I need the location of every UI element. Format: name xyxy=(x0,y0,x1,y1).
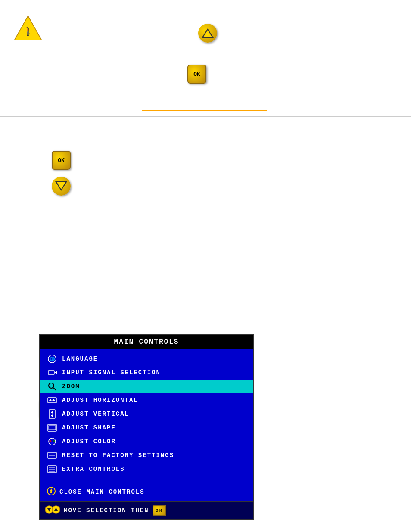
svg-marker-16 xyxy=(51,411,53,413)
osd-item-reset-factory[interactable]: RESET TO FACTORY SETTINGS xyxy=(40,448,253,462)
ok-button-mid[interactable]: OK xyxy=(52,151,71,170)
adjust-horizontal-label: ADJUST HORIZONTAL xyxy=(62,397,138,404)
svg-rect-19 xyxy=(49,426,56,430)
osd-menu: MAIN CONTROLS 🌐 LANGUAGE xyxy=(39,334,254,520)
osd-item-zoom[interactable]: + ZOOM xyxy=(40,380,253,393)
svg-line-8 xyxy=(53,388,56,390)
adjust-vertical-icon xyxy=(47,409,58,419)
close-icon xyxy=(47,486,56,498)
up-arrow-button[interactable] xyxy=(198,24,217,43)
input-signal-icon xyxy=(47,368,58,377)
svg-rect-5 xyxy=(48,371,54,374)
warning-icon: ! 🚶 xyxy=(13,13,43,43)
svg-rect-18 xyxy=(48,424,56,431)
svg-marker-12 xyxy=(49,399,51,401)
section-divider xyxy=(0,116,411,117)
svg-marker-6 xyxy=(54,371,57,374)
reset-factory-label: RESET TO FACTORY SETTINGS xyxy=(62,452,174,459)
zoom-label: ZOOM xyxy=(62,383,80,390)
adjust-color-icon xyxy=(47,437,58,446)
zoom-icon: + xyxy=(47,382,58,391)
osd-item-extra-controls[interactable]: EXTRA CONTROLS xyxy=(40,462,253,476)
adjust-vertical-label: ADJUST VERTICAL xyxy=(62,411,129,417)
input-signal-label: INPUT SIGNAL SELECTION xyxy=(62,369,161,376)
svg-rect-28 xyxy=(48,466,56,473)
extra-controls-label: EXTRA CONTROLS xyxy=(62,466,125,473)
extra-controls-icon xyxy=(47,464,58,474)
svg-rect-24 xyxy=(48,452,56,458)
reset-factory-icon xyxy=(47,451,58,460)
osd-item-adjust-shape[interactable]: ADJUST SHAPE xyxy=(40,421,253,435)
svg-marker-33 xyxy=(50,488,53,491)
svg-point-21 xyxy=(50,440,52,442)
svg-text:🚶: 🚶 xyxy=(24,26,32,34)
osd-item-adjust-color[interactable]: ADJUST COLOR xyxy=(40,435,253,448)
ok-button-top[interactable]: OK xyxy=(187,65,206,84)
adjust-shape-icon xyxy=(47,423,58,432)
osd-item-language[interactable]: 🌐 LANGUAGE xyxy=(40,352,253,366)
adjust-horizontal-icon xyxy=(47,395,58,405)
orange-underline xyxy=(142,110,267,111)
svg-point-23 xyxy=(51,442,53,445)
middle-section: OK MAIN CONTROLS 🌐 LANGUAGE xyxy=(0,134,411,423)
svg-marker-13 xyxy=(53,399,55,401)
adjust-shape-label: ADJUST SHAPE xyxy=(62,424,116,431)
ok-icon-bottom-bar: OK xyxy=(153,505,166,516)
move-selection-label: MOVE SELECTION THEN xyxy=(64,507,149,514)
close-label: CLOSE MAIN CONTROLS xyxy=(59,488,145,495)
osd-item-adjust-vertical[interactable]: ADJUST VERTICAL xyxy=(40,407,253,421)
move-arrows-icon xyxy=(45,505,60,516)
osd-divider xyxy=(40,479,253,483)
osd-close-row[interactable]: CLOSE MAIN CONTROLS xyxy=(40,483,253,501)
svg-text:+: + xyxy=(50,384,53,388)
svg-marker-17 xyxy=(51,415,53,417)
osd-items-list: 🌐 LANGUAGE INPUT SIGNAL SELECTION xyxy=(40,349,253,479)
svg-point-22 xyxy=(53,440,55,442)
svg-rect-34 xyxy=(50,491,52,493)
osd-bottom-bar: MOVE SELECTION THEN OK xyxy=(40,501,253,519)
down-arrow-button[interactable] xyxy=(52,177,71,196)
language-label: LANGUAGE xyxy=(62,355,98,362)
top-section: ! 🚶 OK xyxy=(0,0,411,134)
osd-item-adjust-horizontal[interactable]: ADJUST HORIZONTAL xyxy=(40,393,253,407)
language-icon: 🌐 xyxy=(47,354,58,364)
osd-item-input-signal[interactable]: INPUT SIGNAL SELECTION xyxy=(40,366,253,380)
osd-title: MAIN CONTROLS xyxy=(40,335,253,349)
svg-text:🌐: 🌐 xyxy=(50,356,55,362)
adjust-color-label: ADJUST COLOR xyxy=(62,438,116,445)
